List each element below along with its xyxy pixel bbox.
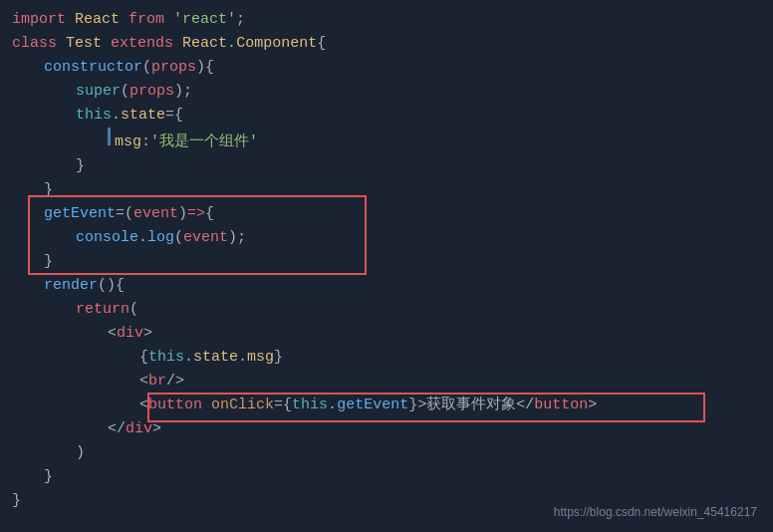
code-line-14: < div > bbox=[108, 322, 761, 346]
code-line-15: { this . state . msg } bbox=[139, 346, 761, 370]
code-line-8: } bbox=[44, 178, 761, 202]
code-line-19: ) bbox=[76, 441, 761, 465]
code-line-7: } bbox=[76, 154, 761, 178]
code-line-5: this . state = { bbox=[76, 104, 761, 128]
react-name: React bbox=[75, 8, 120, 32]
class-test: Test bbox=[66, 32, 102, 56]
code-line-13: return ( bbox=[76, 298, 761, 322]
method-getEvent: getEvent bbox=[44, 202, 116, 226]
render-method: render bbox=[44, 274, 98, 298]
code-line-2: class Test extends React . Component { bbox=[12, 32, 761, 56]
code-line-17: < button onClick = { this . getEvent } >… bbox=[139, 394, 761, 417]
keyword-this: this bbox=[76, 104, 112, 128]
keyword-import: import bbox=[12, 8, 66, 32]
code-line-1: import React from 'react' ; bbox=[12, 8, 761, 32]
console-ref: console bbox=[76, 226, 138, 250]
code-editor: import React from 'react' ; class Test e… bbox=[0, 0, 773, 532]
code-line-10: console . log ( event ) ; bbox=[76, 226, 761, 250]
keyword-class: class bbox=[12, 32, 57, 56]
log-method: log bbox=[147, 226, 174, 250]
react-ref: React bbox=[182, 32, 227, 56]
code-line-4: super ( props ) ; bbox=[76, 80, 761, 104]
keyword-return: return bbox=[76, 298, 129, 322]
code-line-3: constructor ( props ) { bbox=[44, 56, 761, 80]
tag-button: button bbox=[148, 394, 202, 417]
indent-guide bbox=[108, 128, 111, 145]
prop-msg: msg bbox=[115, 131, 141, 154]
param-props: props bbox=[151, 56, 196, 80]
semicolon: ; bbox=[236, 8, 245, 32]
string-msg: '我是一个组件' bbox=[150, 131, 258, 154]
code-line-18: </ div > bbox=[108, 417, 761, 441]
code-line-9: getEvent = ( event ) => { bbox=[44, 202, 761, 226]
keyword-extends: extends bbox=[111, 32, 173, 56]
code-line-12: render () { bbox=[44, 274, 761, 298]
keyword-super: super bbox=[76, 80, 121, 104]
code-line-11: } bbox=[44, 250, 761, 274]
keyword-from: from bbox=[129, 8, 164, 32]
button-text: 获取事件对象 bbox=[426, 394, 516, 417]
keyword-constructor: constructor bbox=[44, 56, 142, 80]
code-line-16: < br /> bbox=[139, 370, 761, 394]
prop-state: state bbox=[121, 104, 165, 128]
code-line-6: msg : '我是一个组件' bbox=[108, 128, 761, 154]
tag-div: div bbox=[117, 322, 143, 346]
tag-br: br bbox=[148, 370, 166, 394]
attr-onclick: onClick bbox=[211, 394, 274, 417]
component-ref: Component bbox=[236, 32, 317, 56]
code-line-20: } bbox=[44, 465, 761, 489]
string-react: 'react' bbox=[173, 8, 236, 32]
watermark: https://blog.csdn.net/weixin_45416217 bbox=[554, 503, 757, 522]
